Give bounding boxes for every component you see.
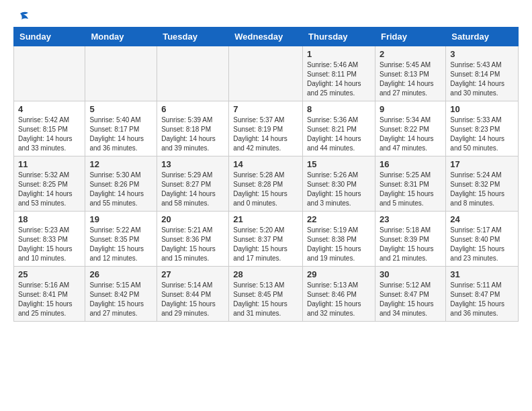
day-info: Sunrise: 5:19 AM Sunset: 8:38 PM Dayligh… — [307, 226, 371, 263]
calendar-cell — [157, 46, 229, 101]
day-number: 28 — [233, 269, 298, 279]
calendar-header-thursday: Thursday — [303, 28, 375, 46]
calendar-cell: 18Sunrise: 5:23 AM Sunset: 8:33 PM Dayli… — [14, 212, 85, 267]
calendar-cell: 20Sunrise: 5:21 AM Sunset: 8:36 PM Dayli… — [157, 212, 229, 267]
day-number: 12 — [89, 159, 152, 169]
day-info: Sunrise: 5:11 AM Sunset: 8:47 PM Dayligh… — [450, 281, 514, 318]
calendar-cell — [229, 46, 303, 101]
calendar-cell: 22Sunrise: 5:19 AM Sunset: 8:38 PM Dayli… — [303, 212, 375, 267]
day-number: 30 — [380, 269, 441, 279]
day-number: 16 — [380, 159, 441, 169]
day-number: 2 — [380, 49, 441, 59]
calendar-cell — [14, 46, 85, 101]
calendar-week-5: 25Sunrise: 5:16 AM Sunset: 8:41 PM Dayli… — [14, 267, 519, 322]
day-number: 25 — [18, 269, 81, 279]
day-number: 26 — [89, 269, 152, 279]
day-info: Sunrise: 5:36 AM Sunset: 8:21 PM Dayligh… — [307, 116, 371, 153]
day-info: Sunrise: 5:18 AM Sunset: 8:39 PM Dayligh… — [380, 226, 441, 263]
calendar-table: SundayMondayTuesdayWednesdayThursdayFrid… — [13, 27, 519, 322]
calendar-cell: 16Sunrise: 5:25 AM Sunset: 8:31 PM Dayli… — [375, 156, 445, 212]
day-info: Sunrise: 5:34 AM Sunset: 8:22 PM Dayligh… — [380, 116, 441, 153]
day-number: 10 — [450, 104, 514, 114]
day-number: 29 — [307, 269, 371, 279]
day-number: 31 — [450, 269, 514, 279]
calendar-week-3: 11Sunrise: 5:32 AM Sunset: 8:25 PM Dayli… — [14, 156, 519, 212]
day-number: 20 — [161, 214, 224, 224]
calendar-cell: 7Sunrise: 5:37 AM Sunset: 8:19 PM Daylig… — [229, 101, 303, 156]
day-number: 11 — [18, 159, 81, 169]
day-info: Sunrise: 5:14 AM Sunset: 8:44 PM Dayligh… — [161, 281, 224, 318]
day-info: Sunrise: 5:17 AM Sunset: 8:40 PM Dayligh… — [450, 226, 514, 263]
calendar-week-4: 18Sunrise: 5:23 AM Sunset: 8:33 PM Dayli… — [14, 212, 519, 267]
day-info: Sunrise: 5:45 AM Sunset: 8:13 PM Dayligh… — [380, 60, 441, 98]
day-info: Sunrise: 5:12 AM Sunset: 8:47 PM Dayligh… — [380, 281, 441, 318]
day-number: 8 — [307, 104, 371, 114]
day-info: Sunrise: 5:29 AM Sunset: 8:27 PM Dayligh… — [161, 171, 224, 208]
calendar-header-wednesday: Wednesday — [229, 28, 303, 46]
calendar-cell: 1Sunrise: 5:46 AM Sunset: 8:11 PM Daylig… — [303, 46, 375, 101]
day-info: Sunrise: 5:25 AM Sunset: 8:31 PM Dayligh… — [380, 171, 441, 208]
day-number: 18 — [18, 214, 81, 224]
calendar-header-sunday: Sunday — [14, 28, 85, 46]
day-number: 6 — [161, 104, 224, 114]
calendar-cell: 26Sunrise: 5:15 AM Sunset: 8:42 PM Dayli… — [85, 267, 157, 322]
calendar-cell: 17Sunrise: 5:24 AM Sunset: 8:32 PM Dayli… — [446, 156, 519, 212]
day-info: Sunrise: 5:42 AM Sunset: 8:15 PM Dayligh… — [18, 116, 81, 153]
page-container: SundayMondayTuesdayWednesdayThursdayFrid… — [0, 0, 532, 332]
day-info: Sunrise: 5:40 AM Sunset: 8:17 PM Dayligh… — [89, 116, 152, 153]
day-number: 19 — [89, 214, 152, 224]
day-info: Sunrise: 5:22 AM Sunset: 8:35 PM Dayligh… — [89, 226, 152, 263]
calendar-cell: 14Sunrise: 5:28 AM Sunset: 8:28 PM Dayli… — [229, 156, 303, 212]
day-number: 22 — [307, 214, 371, 224]
day-number: 5 — [89, 104, 152, 114]
logo-bird-icon — [15, 11, 30, 23]
day-info: Sunrise: 5:16 AM Sunset: 8:41 PM Dayligh… — [18, 281, 81, 318]
calendar-cell — [85, 46, 157, 101]
day-info: Sunrise: 5:13 AM Sunset: 8:45 PM Dayligh… — [233, 281, 298, 318]
header — [13, 11, 519, 20]
calendar-cell: 23Sunrise: 5:18 AM Sunset: 8:39 PM Dayli… — [375, 212, 445, 267]
day-number: 14 — [233, 159, 298, 169]
day-number: 21 — [233, 214, 298, 224]
calendar-cell: 3Sunrise: 5:43 AM Sunset: 8:14 PM Daylig… — [446, 46, 519, 101]
day-info: Sunrise: 5:20 AM Sunset: 8:37 PM Dayligh… — [233, 226, 298, 263]
day-info: Sunrise: 5:28 AM Sunset: 8:28 PM Dayligh… — [233, 171, 298, 208]
day-info: Sunrise: 5:13 AM Sunset: 8:46 PM Dayligh… — [307, 281, 371, 318]
day-number: 13 — [161, 159, 224, 169]
calendar-cell: 19Sunrise: 5:22 AM Sunset: 8:35 PM Dayli… — [85, 212, 157, 267]
calendar-cell: 2Sunrise: 5:45 AM Sunset: 8:13 PM Daylig… — [375, 46, 445, 101]
day-number: 1 — [307, 49, 371, 59]
day-info: Sunrise: 5:43 AM Sunset: 8:14 PM Dayligh… — [450, 60, 514, 98]
day-info: Sunrise: 5:23 AM Sunset: 8:33 PM Dayligh… — [18, 226, 81, 263]
calendar-week-1: 1Sunrise: 5:46 AM Sunset: 8:11 PM Daylig… — [14, 46, 519, 101]
calendar-header-monday: Monday — [85, 28, 157, 46]
calendar-cell: 9Sunrise: 5:34 AM Sunset: 8:22 PM Daylig… — [375, 101, 445, 156]
calendar-cell: 24Sunrise: 5:17 AM Sunset: 8:40 PM Dayli… — [446, 212, 519, 267]
day-info: Sunrise: 5:37 AM Sunset: 8:19 PM Dayligh… — [233, 116, 298, 153]
day-info: Sunrise: 5:32 AM Sunset: 8:25 PM Dayligh… — [18, 171, 81, 208]
calendar-cell: 10Sunrise: 5:33 AM Sunset: 8:23 PM Dayli… — [446, 101, 519, 156]
day-info: Sunrise: 5:33 AM Sunset: 8:23 PM Dayligh… — [450, 116, 514, 153]
calendar-week-2: 4Sunrise: 5:42 AM Sunset: 8:15 PM Daylig… — [14, 101, 519, 156]
calendar-header-tuesday: Tuesday — [157, 28, 229, 46]
calendar-cell: 8Sunrise: 5:36 AM Sunset: 8:21 PM Daylig… — [303, 101, 375, 156]
day-info: Sunrise: 5:15 AM Sunset: 8:42 PM Dayligh… — [89, 281, 152, 318]
day-info: Sunrise: 5:30 AM Sunset: 8:26 PM Dayligh… — [89, 171, 152, 208]
day-number: 23 — [380, 214, 441, 224]
day-info: Sunrise: 5:46 AM Sunset: 8:11 PM Dayligh… — [307, 60, 371, 98]
day-number: 4 — [18, 104, 81, 114]
day-number: 17 — [450, 159, 514, 169]
calendar-cell: 25Sunrise: 5:16 AM Sunset: 8:41 PM Dayli… — [14, 267, 85, 322]
calendar-cell: 27Sunrise: 5:14 AM Sunset: 8:44 PM Dayli… — [157, 267, 229, 322]
day-number: 7 — [233, 104, 298, 114]
calendar-cell: 15Sunrise: 5:26 AM Sunset: 8:30 PM Dayli… — [303, 156, 375, 212]
calendar-cell: 12Sunrise: 5:30 AM Sunset: 8:26 PM Dayli… — [85, 156, 157, 212]
calendar-cell: 4Sunrise: 5:42 AM Sunset: 8:15 PM Daylig… — [14, 101, 85, 156]
calendar-cell: 5Sunrise: 5:40 AM Sunset: 8:17 PM Daylig… — [85, 101, 157, 156]
calendar-header-row: SundayMondayTuesdayWednesdayThursdayFrid… — [14, 28, 519, 46]
calendar-cell: 11Sunrise: 5:32 AM Sunset: 8:25 PM Dayli… — [14, 156, 85, 212]
calendar-header-saturday: Saturday — [446, 28, 519, 46]
day-number: 9 — [380, 104, 441, 114]
day-number: 3 — [450, 49, 514, 59]
calendar-cell: 31Sunrise: 5:11 AM Sunset: 8:47 PM Dayli… — [446, 267, 519, 322]
